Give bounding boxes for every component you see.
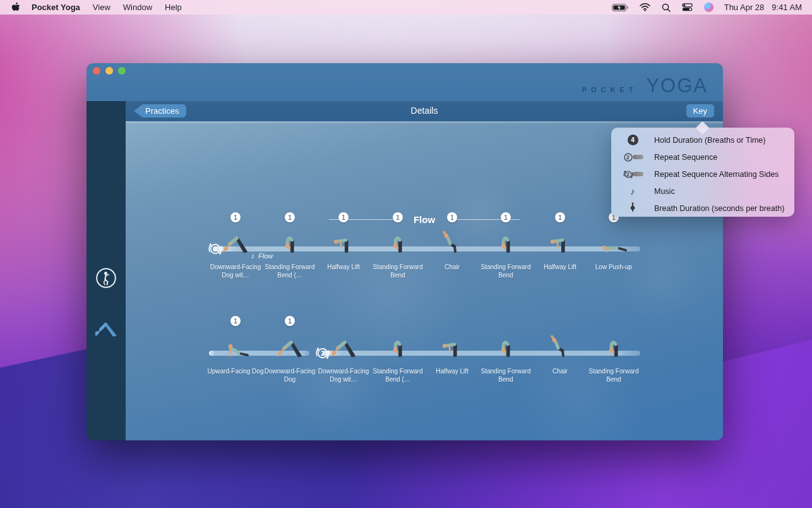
pose-figure-forward-bend[interactable] — [599, 335, 629, 360]
music-track-label[interactable]: ♪ Flow — [251, 251, 273, 260]
pose-figure-low-push-up[interactable] — [599, 231, 629, 256]
sequence-timeline-bar — [323, 351, 640, 356]
pose-figure-halfway-lift[interactable] — [328, 231, 359, 256]
window-titlebar[interactable]: POCKET YOGA — [87, 63, 723, 101]
menu-time[interactable]: 9:41 AM — [767, 3, 804, 12]
apple-menu-icon[interactable] — [8, 3, 25, 13]
page-title: Details — [126, 106, 723, 116]
hold-duration-badge[interactable]: 1 — [230, 212, 241, 222]
key-item-label: Repeat Sequence — [654, 153, 717, 162]
close-button[interactable] — [93, 67, 100, 75]
pose-label: Downward-Facing Dog wit… — [205, 263, 266, 279]
hold-duration-badge[interactable]: 1 — [285, 212, 295, 222]
pose-figure-forward-bend[interactable] — [491, 335, 521, 360]
pose-label: Standing Forward Bend (… — [367, 367, 428, 384]
flow-title: Flow — [414, 214, 435, 225]
hold-duration-badge[interactable]: 1 — [447, 212, 457, 222]
key-item-label: Breath Duration (seconds per breath) — [654, 204, 784, 213]
pose-figure-upward-dog[interactable] — [220, 335, 251, 360]
hold-duration-badge[interactable]: 1 — [338, 212, 349, 222]
pose-figure-chair[interactable] — [545, 335, 575, 360]
pocket-yoga-window: POCKET YOGA Details Practices Key Flow ♪… — [87, 63, 723, 440]
hold-duration-badge[interactable]: 1 — [501, 212, 511, 222]
menu-item-window[interactable]: Window — [117, 3, 158, 12]
siri-icon[interactable] — [698, 3, 719, 12]
hold-duration-icon: 4 — [628, 135, 638, 145]
pose-label: Halfway Lift — [530, 263, 590, 271]
practices-back-button[interactable]: Practices — [134, 104, 186, 118]
pose-figure-forward-bend[interactable] — [383, 335, 413, 360]
key-item-breath-duration: Breath Duration (seconds per breath) — [611, 200, 794, 217]
hold-duration-badge[interactable]: 1 — [555, 212, 565, 222]
repeat-alternating-icon: 2 — [623, 169, 643, 180]
pose-figure-halfway-lift[interactable] — [437, 335, 467, 360]
zoom-button[interactable] — [118, 67, 126, 75]
traffic-lights — [93, 67, 126, 75]
music-track-name: Flow — [258, 252, 273, 260]
logo-pocket-text: POCKET — [582, 86, 638, 94]
key-item-music: ♪ Music — [611, 183, 794, 200]
pose-figure-downward-dog[interactable] — [220, 231, 251, 256]
logo-yoga-text: YOGA — [646, 75, 708, 97]
pose-label: Downward-Facing Dog wit… — [313, 367, 374, 384]
key-button[interactable]: Key — [686, 104, 714, 118]
key-item-repeat-alternating: 2 Repeat Sequence Alternating Sides — [611, 166, 794, 183]
pose-label: Chair — [530, 367, 590, 375]
key-item-label: Hold Duration (Breaths or Time) — [654, 136, 765, 145]
downward-dog-icon[interactable] — [87, 318, 126, 337]
navigation-bar: Details Practices Key — [126, 101, 723, 121]
pose-figure-chair[interactable] — [437, 231, 467, 256]
pose-figure-forward-bend[interactable] — [275, 231, 305, 256]
key-item-repeat-sequence: 2 Repeat Sequence — [611, 148, 794, 166]
pose-figure-forward-bend[interactable] — [491, 231, 521, 256]
menu-bar: Pocket Yoga View Window Help Thu Apr 28 … — [0, 0, 812, 15]
practice-circle-icon[interactable] — [87, 267, 126, 289]
hold-duration-badge[interactable]: 1 — [285, 316, 295, 326]
music-icon: ♪ — [630, 186, 635, 196]
pose-label: Halfway Lift — [313, 263, 374, 271]
pose-figure-halfway-lift[interactable] — [545, 231, 575, 256]
hold-duration-badge[interactable]: 1 — [230, 316, 241, 326]
wifi-icon[interactable] — [634, 3, 656, 11]
pose-label: Standing Forward Bend — [367, 263, 428, 279]
pose-label: Standing Forward Bend — [475, 263, 536, 279]
hold-duration-badge[interactable]: 1 — [393, 212, 403, 222]
menu-app-name[interactable]: Pocket Yoga — [25, 3, 87, 12]
pose-label: Downward-Facing Dog — [260, 367, 320, 384]
pose-figure-forward-bend[interactable] — [383, 231, 413, 256]
breath-duration-icon — [630, 202, 635, 215]
search-icon[interactable] — [656, 3, 676, 12]
menu-date[interactable]: Thu Apr 28 — [719, 3, 767, 12]
menu-item-help[interactable]: Help — [158, 3, 188, 12]
key-popover: 4 Hold Duration (Breaths or Time) 2 Repe… — [611, 128, 794, 217]
repeat-sequence-icon: 2 — [623, 152, 643, 163]
sidebar — [87, 101, 126, 440]
pose-label: Standing Forward Bend — [583, 367, 644, 384]
music-note-icon: ♪ — [251, 251, 254, 260]
pose-label: Chair — [422, 263, 482, 271]
key-item-label: Repeat Sequence Alternating Sides — [654, 170, 779, 179]
pose-label: Upward-Facing Dog — [205, 367, 266, 375]
menu-item-view[interactable]: View — [87, 3, 117, 12]
key-item-label: Music — [654, 187, 675, 196]
pocket-yoga-logo: POCKET YOGA — [582, 75, 708, 97]
pose-label: Standing Forward Bend — [475, 367, 536, 384]
battery-charging-icon[interactable] — [606, 4, 634, 11]
pose-label: Standing Forward Bend (… — [260, 263, 320, 279]
control-center-icon[interactable] — [676, 3, 698, 11]
pose-label: Low Push-up — [583, 263, 644, 271]
pose-figure-downward-dog[interactable] — [328, 335, 359, 360]
minimize-button[interactable] — [105, 67, 113, 75]
key-item-hold-duration: 4 Hold Duration (Breaths or Time) — [611, 131, 794, 148]
pose-label: Halfway Lift — [422, 367, 482, 375]
pose-figure-downward-dog[interactable] — [275, 335, 305, 360]
